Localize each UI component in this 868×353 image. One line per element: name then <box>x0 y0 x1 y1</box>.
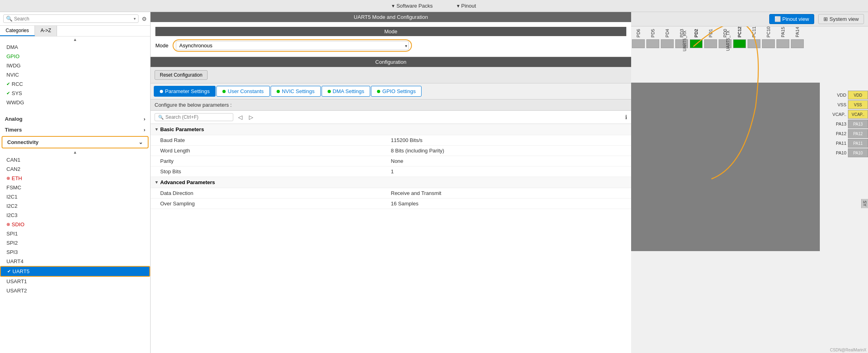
pin-box-pc12[interactable] <box>733 39 746 48</box>
sidebar-search-box[interactable]: 🔍 ▾ <box>3 14 139 23</box>
eth-xcircle-icon: ⊗ <box>6 176 10 181</box>
sidebar-item-spi1[interactable]: SPI1 <box>0 229 150 238</box>
pinout-menu[interactable]: ▾ Pinout <box>457 3 476 9</box>
sidebar-search-input[interactable] <box>14 16 132 22</box>
pinout-area: PD6 PD5 PD4 PD3 <box>631 26 868 353</box>
baud-rate-name: Baud Rate <box>160 137 391 143</box>
pin-box-pc11[interactable] <box>748 39 760 48</box>
tab-dma-settings[interactable]: DMA Settings <box>322 86 371 97</box>
vcap-box[interactable]: VCAP.. <box>848 110 868 119</box>
sidebar-item-gpio[interactable]: GPIO <box>0 52 150 61</box>
right-pin-pa13[interactable]: PA13 PA13 <box>832 120 868 128</box>
sidebar-item-rcc[interactable]: ✔ RCC <box>0 79 150 89</box>
uart5-rx-pin-label: UART5_RX <box>683 30 687 51</box>
software-packs-menu[interactable]: ▾ Software Packs <box>392 3 432 9</box>
sidebar-item-nvic[interactable]: NVIC <box>0 70 150 79</box>
right-pin-pa12[interactable]: PA12 PA12 <box>832 129 868 138</box>
pin-col-pd2[interactable]: PD2 <box>689 29 703 48</box>
sidebar-item-spi2[interactable]: SPI2 <box>0 238 150 248</box>
tab-categories[interactable]: Categories <box>0 26 35 36</box>
right-pin-vcap[interactable]: VCAP.. VCAP.. <box>832 110 868 119</box>
right-pin-pa10[interactable]: PA10 PA10 <box>832 148 868 157</box>
pin-box-pd6[interactable] <box>632 39 645 48</box>
sidebar-item-usart1[interactable]: USART1 <box>0 277 150 286</box>
sidebar-section-analog[interactable]: Analog › <box>0 114 150 124</box>
sidebar-item-i2c1[interactable]: I2C1 <box>0 192 150 201</box>
pin-box-pc10[interactable] <box>762 39 775 48</box>
pin-col-pa14[interactable]: PA14 <box>790 27 805 48</box>
sidebar-item-i2c3[interactable]: I2C3 <box>0 211 150 220</box>
right-pin-vss[interactable]: VSS VSS <box>832 100 868 109</box>
pin-col-pa15[interactable]: PA15 <box>776 27 790 48</box>
pin-col-pc12[interactable]: PC12 <box>732 26 747 48</box>
sidebar-item-usart2[interactable]: USART2 <box>0 286 150 295</box>
scroll-up-btn[interactable]: ▲ <box>0 37 150 43</box>
sidebar-item-iwdg[interactable]: IWDG <box>0 61 150 70</box>
pin-box-pa14[interactable] <box>791 39 804 48</box>
pd1-label: PD1 <box>708 29 713 37</box>
reset-configuration-button[interactable]: Reset Configuration <box>155 70 208 80</box>
sidebar-section-connectivity[interactable]: Connectivity ⌄ <box>2 136 149 148</box>
tab-atoz[interactable]: A->Z <box>35 26 57 36</box>
pin-box-pd1[interactable] <box>704 39 717 48</box>
pin-col-pc10[interactable]: PC10 <box>761 26 776 48</box>
param-row-parity: Parity None <box>151 156 631 166</box>
pinout-view-label: Pinout view <box>782 16 809 22</box>
sidebar-item-eth[interactable]: ⊗ ETH <box>0 174 150 183</box>
basic-params-group[interactable]: ▾ Basic Parameters <box>151 124 631 135</box>
gpio-settings-label: GPIO Settings <box>382 88 416 94</box>
pin-box-pa15[interactable] <box>776 39 789 48</box>
pc12-label: PC12 <box>737 26 742 38</box>
sidebar-item-sys[interactable]: ✔ SYS <box>0 89 150 98</box>
params-header-row: Configure the below parameters : <box>151 99 631 111</box>
scroll-up-btn-2[interactable]: ▲ <box>0 149 150 155</box>
system-view-btn[interactable]: ⊞ System view <box>818 14 864 24</box>
advanced-params-group[interactable]: ▾ Advanced Parameters <box>151 177 631 188</box>
sidebar-item-i2c2[interactable]: I2C2 <box>0 201 150 211</box>
sidebar-item-spi3[interactable]: SPI3 <box>0 248 150 257</box>
sidebar-item-sdio[interactable]: ⊗ SDIO <box>0 220 150 229</box>
param-row-baud-rate: Baud Rate 115200 Bits/s <box>151 135 631 146</box>
pa12-box[interactable]: PA12 <box>848 129 868 138</box>
pin-col-pd4[interactable]: PD4 <box>660 29 674 48</box>
rcc-check-icon: ✔ <box>6 81 10 87</box>
pin-col-pd6[interactable]: PD6 <box>631 29 646 48</box>
sidebar-item-dma[interactable]: DMA <box>0 43 150 52</box>
sidebar-item-uart5[interactable]: ✔ UART5 <box>0 266 150 277</box>
params-search-input[interactable] <box>165 114 230 120</box>
config-params-panel: Configure the below parameters : 🔍 ◁ ▷ ℹ… <box>151 99 631 353</box>
tab-gpio-settings[interactable]: GPIO Settings <box>371 86 422 97</box>
pinout-view-btn[interactable]: ⬜ Pinout view <box>769 14 814 24</box>
dropdown-arrow-icon: ▾ <box>134 16 136 21</box>
mode-select[interactable]: Asynchronous Synchronous Single Wire (Ha… <box>176 41 409 50</box>
pin-col-pc11[interactable]: PC11 <box>747 26 761 48</box>
tab-user-constants[interactable]: User Constants <box>216 86 270 97</box>
pa13-box[interactable]: PA13 <box>848 120 868 128</box>
sidebar-item-uart4[interactable]: UART4 <box>0 257 150 266</box>
sidebar-section-timers[interactable]: Timers › <box>0 124 150 135</box>
pa11-box[interactable]: PA11 <box>848 139 868 148</box>
params-search-box[interactable]: 🔍 <box>155 113 233 121</box>
right-pin-pa11[interactable]: PA11 PA11 <box>832 139 868 148</box>
pin-col-pd1[interactable]: PD1 <box>703 29 718 48</box>
search-icon: 🔍 <box>6 16 12 22</box>
pc10-label: PC10 <box>766 26 771 38</box>
pin-box-pd4[interactable] <box>661 39 674 48</box>
params-prev-btn[interactable]: ◁ <box>236 113 244 121</box>
pin-col-pd5[interactable]: PD5 <box>646 29 660 48</box>
sidebar-item-can2[interactable]: CAN2 <box>0 164 150 174</box>
params-next-btn[interactable]: ▷ <box>247 113 255 121</box>
sidebar-item-can1[interactable]: CAN1 <box>0 155 150 164</box>
vss-box[interactable]: VSS <box>848 100 868 109</box>
right-pin-vdd[interactable]: VDD VDD <box>832 91 868 99</box>
gear-button[interactable]: ⚙ <box>142 16 147 22</box>
pa10-box[interactable]: PA10 <box>848 148 868 157</box>
pin-box-pd5[interactable] <box>646 39 659 48</box>
vdd-box[interactable]: VDD <box>848 91 868 99</box>
tab-parameter-settings[interactable]: Parameter Settings <box>154 86 216 97</box>
sidebar-item-wwdg[interactable]: WWDG <box>0 98 150 107</box>
analog-arrow-icon: › <box>144 116 145 122</box>
tab-nvic-settings[interactable]: NVIC Settings <box>271 86 321 97</box>
pin-box-pd2[interactable] <box>690 39 703 48</box>
sidebar-item-fsmc[interactable]: FSMC <box>0 183 150 192</box>
